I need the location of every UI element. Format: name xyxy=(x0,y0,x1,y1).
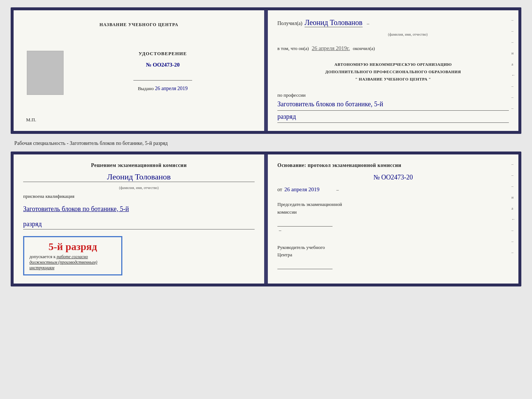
director-line2: Центра xyxy=(277,251,509,259)
cert-number: № OO2473-20 xyxy=(146,62,180,68)
razryad-value-top: разряд xyxy=(277,111,509,123)
in-that-row: в том, что он(а) 26 апреля 2019г. окончи… xyxy=(277,45,509,51)
profession-value-top: Заготовитель блоков по ботанике, 5-й xyxy=(277,98,509,110)
bottom-cert-right: – – – и а ← – – – Основание: протокол эк… xyxy=(268,154,518,284)
issued-date: 26 апреля 2019 xyxy=(155,86,188,91)
issued-line: Выдано 26 апреля 2019 xyxy=(138,86,188,92)
chairman-sig-line xyxy=(277,218,332,227)
top-cert-right: – – – и а ← – – – Получил(а) Леонид Толо… xyxy=(268,10,518,131)
top-cert-spine xyxy=(264,10,268,131)
org-line1: АВТОНОМНУЮ НЕКОММЕРЧЕСКУЮ ОРГАНИЗАЦИЮ xyxy=(277,61,509,68)
photo-placeholder xyxy=(27,51,64,95)
person-name-bottom: Леонид Толованов xyxy=(23,172,255,182)
profession-value-bottom: Заготовитель блоков по ботанике, 5-й xyxy=(23,203,255,215)
stamp-box: 5-й разряд допускается к работе согласно… xyxy=(23,236,122,275)
top-certificate: НАЗВАНИЕ УЧЕБНОГО ЦЕНТРА УДОСТОВЕРЕНИЕ №… xyxy=(14,10,518,131)
profession-label: по профессии xyxy=(277,92,509,98)
person-name-sub-bottom: (фамилия, имя, отчество) xyxy=(23,186,255,190)
stamp-allowed-label: допускается к xyxy=(29,254,55,259)
bottom-certificate-outer: Решением экзаменационной комиссии Леонид… xyxy=(11,152,521,286)
chairman-line2: комиссии xyxy=(277,209,509,216)
stamp-allowed-row: допускается к работе согласно должностны… xyxy=(29,254,116,271)
director-line1: Руководитель учебного xyxy=(277,244,509,252)
assigned-label: присвоена квалификация xyxy=(23,193,255,199)
specialty-banner: Рабочая специальность - Заготовитель бло… xyxy=(11,138,521,147)
commission-title: Решением экзаменационной комиссии xyxy=(23,163,255,168)
date-prefix: от xyxy=(277,187,282,193)
deco-lines-right-bottom: – – – и а ← – – – xyxy=(511,162,515,254)
chairman-line1: Председатель экзаменационной xyxy=(277,201,509,209)
top-left-title: НАЗВАНИЕ УЧЕБНОГО ЦЕНТРА xyxy=(100,22,179,28)
stamp-grade: 5-й разряд xyxy=(29,241,116,253)
protocol-number: № OO2473-20 xyxy=(277,174,509,181)
chairman-block: Председатель экзаменационной комиссии – xyxy=(277,201,509,234)
person-name-sub-top: (фамилия, имя, отчество) xyxy=(307,32,509,36)
protocol-date: 26 апреля 2019 xyxy=(284,186,320,193)
razryad-value-bottom: разряд xyxy=(23,219,255,230)
protocol-date-row: от 26 апреля 2019 – xyxy=(277,186,509,193)
org-block: АВТОНОМНУЮ НЕКОММЕРЧЕСКУЮ ОРГАНИЗАЦИЮ ДО… xyxy=(277,61,509,83)
completed-label: окончил(а) xyxy=(353,46,375,51)
bottom-cert-spine xyxy=(264,154,268,284)
received-row: Получил(а) Леонид Толованов – xyxy=(277,18,509,27)
profession-block: по профессии Заготовитель блоков по бота… xyxy=(277,92,509,123)
director-block: Руководитель учебного Центра xyxy=(277,244,509,270)
basis-label: Основание: протокол экзаменационной коми… xyxy=(277,163,509,168)
bottom-cert-left: Решением экзаменационной комиссии Леонид… xyxy=(14,154,264,284)
top-certificate-outer: НАЗВАНИЕ УЧЕБНОГО ЦЕНТРА УДОСТОВЕРЕНИЕ №… xyxy=(11,7,521,134)
cert-underline xyxy=(133,73,192,81)
org-line2: ДОПОЛНИТЕЛЬНОГО ПРОФЕССИОНАЛЬНОГО ОБРАЗО… xyxy=(277,68,509,76)
person-name-top: Леонид Толованов xyxy=(305,18,363,27)
bottom-certificate: Решением экзаменационной комиссии Леонид… xyxy=(14,154,518,284)
top-cert-left: НАЗВАНИЕ УЧЕБНОГО ЦЕНТРА УДОСТОВЕРЕНИЕ №… xyxy=(14,10,264,131)
org-line3: " НАЗВАНИЕ УЧЕБНОГО ЦЕНТРА " xyxy=(277,76,509,83)
issued-label: Выдано xyxy=(138,86,154,91)
mp-label: М.П. xyxy=(26,117,36,122)
received-label: Получил(а) xyxy=(277,21,302,26)
director-sig-line xyxy=(277,260,332,269)
cert-label: УДОСТОВЕРЕНИЕ xyxy=(139,51,187,57)
completed-date: 26 апреля 2019г. xyxy=(312,45,350,51)
in-that-label: в том, что он(а) xyxy=(277,46,309,51)
deco-lines-right: – – – и а ← – – – xyxy=(511,18,515,110)
